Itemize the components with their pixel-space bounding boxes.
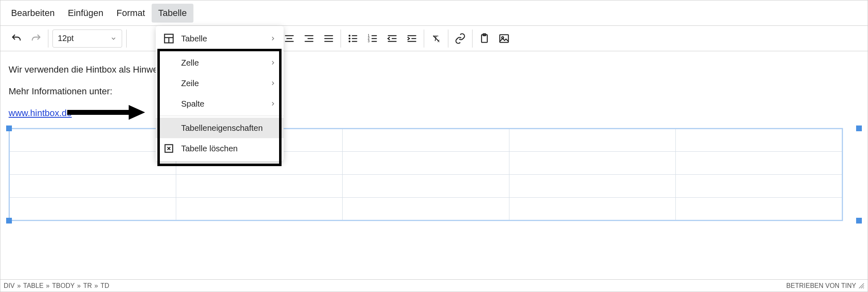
path-tr[interactable]: TR bbox=[83, 282, 92, 289]
table-cell[interactable] bbox=[9, 175, 176, 198]
redo-button[interactable] bbox=[28, 31, 44, 46]
dropdown-col-label: Spalte bbox=[181, 99, 263, 109]
table-cell[interactable] bbox=[676, 175, 843, 198]
chevron-right-icon bbox=[270, 35, 276, 42]
menubar: Bearbeiten Einfügen Format Tabelle bbox=[0, 0, 868, 26]
menu-insert[interactable]: Einfügen bbox=[61, 4, 110, 23]
table-cell[interactable] bbox=[343, 198, 509, 221]
svg-text:x: x bbox=[438, 38, 440, 43]
paragraph-1: Wir verwenden die Hintbox als Hinweisgeb… bbox=[9, 63, 859, 76]
paste-button[interactable] bbox=[477, 31, 492, 46]
table-cell[interactable] bbox=[676, 129, 843, 152]
resize-handle-topleft[interactable] bbox=[6, 125, 12, 131]
table-cell[interactable] bbox=[9, 129, 176, 152]
menu-edit[interactable]: Bearbeiten bbox=[5, 4, 61, 23]
fontsize-value: 12pt bbox=[58, 34, 74, 43]
dropdown-table-label: Tabelle bbox=[181, 34, 263, 43]
table-cell[interactable] bbox=[343, 129, 509, 152]
indent-button[interactable] bbox=[404, 31, 420, 46]
svg-point-13 bbox=[349, 38, 350, 39]
table-row bbox=[9, 198, 843, 221]
align-right-button[interactable] bbox=[301, 31, 317, 46]
svg-rect-34 bbox=[500, 34, 509, 42]
table-icon bbox=[163, 33, 175, 44]
table-cell[interactable] bbox=[9, 198, 176, 221]
blank-icon bbox=[163, 57, 175, 68]
annotation-arrow bbox=[67, 104, 145, 121]
blank-icon bbox=[163, 78, 175, 89]
resize-grip-icon[interactable] bbox=[859, 283, 864, 289]
dropdown-delete-label: Tabelle löschen bbox=[181, 144, 276, 153]
svg-point-14 bbox=[349, 41, 350, 41]
dropdown-row[interactable]: Zeile bbox=[156, 73, 284, 94]
svg-marker-43 bbox=[129, 105, 145, 120]
table-cell[interactable] bbox=[343, 175, 509, 198]
svg-text:3: 3 bbox=[368, 39, 370, 43]
statusbar: DIV»TABLE»TBODY»TR»TD BETRIEBEN VON TINY bbox=[0, 279, 868, 292]
table-cell[interactable] bbox=[509, 152, 676, 175]
path-div[interactable]: DIV bbox=[4, 282, 15, 289]
table-cell[interactable] bbox=[9, 152, 176, 175]
blank-icon bbox=[163, 98, 175, 110]
table-cell[interactable] bbox=[176, 198, 343, 221]
chevron-right-icon bbox=[270, 100, 276, 107]
editor-root: Bearbeiten Einfügen Format Tabelle 12pt bbox=[0, 0, 868, 292]
resize-handle-bottomright[interactable] bbox=[856, 218, 862, 224]
powered-by: BETRIEBEN VON TINY bbox=[786, 282, 856, 290]
table-selection-wrap bbox=[9, 128, 859, 221]
dropdown-cell-label: Zelle bbox=[181, 58, 263, 68]
align-justify-button[interactable] bbox=[321, 31, 336, 46]
table-cell[interactable] bbox=[343, 152, 509, 175]
menu-format[interactable]: Format bbox=[110, 4, 152, 23]
table-cell[interactable] bbox=[509, 198, 676, 221]
toolbar: 12pt 123 Tx bbox=[0, 26, 868, 51]
menu-table[interactable]: Tabelle bbox=[152, 4, 193, 23]
clear-format-button[interactable]: Tx bbox=[428, 31, 444, 46]
dropdown-table-delete[interactable]: Tabelle löschen bbox=[156, 138, 284, 159]
link-button[interactable] bbox=[452, 31, 468, 46]
table-cell[interactable] bbox=[509, 129, 676, 152]
dropdown-table-props[interactable]: Tabelleneigenschaften bbox=[156, 118, 284, 138]
bullet-list-button[interactable] bbox=[345, 31, 361, 46]
path-tbody[interactable]: TBODY bbox=[52, 282, 75, 289]
inserted-table[interactable] bbox=[9, 128, 843, 221]
table-row bbox=[9, 129, 843, 152]
table-row bbox=[9, 152, 843, 175]
blank-icon bbox=[163, 122, 175, 134]
paragraph-2: Mehr Informationen unter: bbox=[9, 84, 859, 98]
svg-point-12 bbox=[349, 35, 350, 36]
align-center-button[interactable] bbox=[282, 31, 297, 46]
outdent-button[interactable] bbox=[384, 31, 400, 46]
chevron-right-icon bbox=[270, 80, 276, 87]
table-cell[interactable] bbox=[676, 152, 843, 175]
dropdown-row-label: Zeile bbox=[181, 79, 263, 88]
chevron-right-icon bbox=[270, 59, 276, 66]
table-cell[interactable] bbox=[509, 175, 676, 198]
chevron-down-icon bbox=[110, 35, 117, 42]
table-cell[interactable] bbox=[176, 175, 343, 198]
dropdown-col[interactable]: Spalte bbox=[156, 94, 284, 114]
image-button[interactable] bbox=[496, 31, 512, 46]
dropdown-cell[interactable]: Zelle bbox=[156, 52, 284, 73]
separator bbox=[156, 116, 284, 116]
fontsize-select[interactable]: 12pt bbox=[52, 30, 122, 48]
path-table[interactable]: TABLE bbox=[23, 282, 44, 289]
resize-handle-topright[interactable] bbox=[856, 125, 862, 131]
path-td[interactable]: TD bbox=[100, 282, 109, 289]
table-row bbox=[9, 175, 843, 198]
dropdown-props-label: Tabelleneigenschaften bbox=[181, 123, 276, 133]
delete-table-icon bbox=[163, 143, 175, 154]
undo-button[interactable] bbox=[9, 31, 24, 46]
link-hintbox[interactable]: www.hintbox.de bbox=[9, 108, 72, 118]
table-cell[interactable] bbox=[676, 198, 843, 221]
table-dropdown: Tabelle Zelle Zeile Spalte Tabelleneigen… bbox=[156, 26, 284, 161]
breadcrumb[interactable]: DIV»TABLE»TBODY»TR»TD bbox=[4, 282, 109, 290]
resize-handle-bottomleft[interactable] bbox=[6, 218, 12, 224]
content-area[interactable]: Wir verwenden die Hintbox als Hinweisgeb… bbox=[0, 51, 868, 279]
dropdown-table[interactable]: Tabelle bbox=[156, 28, 284, 49]
separator bbox=[156, 50, 284, 51]
number-list-button[interactable]: 123 bbox=[365, 31, 380, 46]
